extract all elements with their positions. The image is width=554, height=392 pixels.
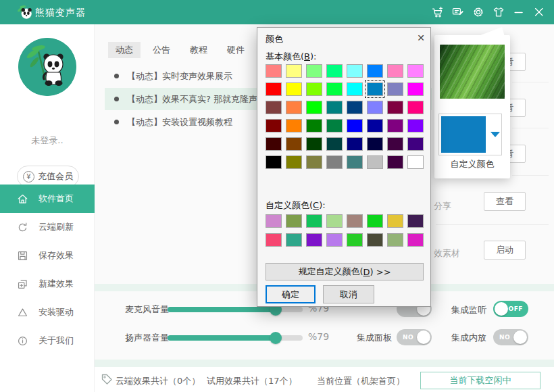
color-swatch[interactable] [367,137,383,151]
color-swatch[interactable] [407,233,424,247]
speaker-volume-slider[interactable] [168,335,303,341]
color-swatch[interactable] [407,64,424,78]
color-swatch[interactable] [407,119,424,132]
color-swatch[interactable] [266,82,282,96]
close-icon[interactable] [532,5,546,19]
tab-jiaocheng[interactable]: 教程 [182,42,215,58]
color-swatch[interactable] [326,101,343,114]
color-swatch[interactable] [326,137,343,151]
color-swatch[interactable] [347,64,363,78]
color-swatch[interactable] [347,82,363,96]
download-status-button[interactable]: 当前下载空闲中 [420,372,540,389]
sidebar-item-cloud-refresh[interactable]: 云端刷新 [0,213,95,241]
color-swatch[interactable] [266,214,282,228]
color-swatch[interactable] [326,82,343,96]
color-swatch[interactable] [286,233,302,247]
tab-gonggao[interactable]: 公告 [145,42,178,58]
color-swatch[interactable] [367,82,383,96]
color-swatch[interactable] [266,155,282,169]
tab-yingjian[interactable]: 硬件 [220,42,252,58]
sidebar-item-save-effect[interactable]: 保存效果 [0,241,95,270]
color-swatch[interactable] [347,101,363,114]
color-swatch[interactable] [286,155,302,169]
color-swatch[interactable] [367,214,383,228]
view-button[interactable]: 查看 [484,192,526,211]
color-swatch[interactable] [347,119,363,132]
color-swatch[interactable] [266,64,282,78]
skin-tshirt-icon[interactable] [492,5,505,19]
theme-preview-image[interactable] [440,45,505,99]
speaker-slider-handle[interactable] [270,332,282,344]
integrated-panel-toggle[interactable]: NO [397,329,432,345]
color-swatch[interactable] [347,233,363,247]
define-custom-colors-button[interactable]: 规定自定义颜色(D) >> [266,263,424,280]
popup-color-swatch[interactable] [441,116,486,153]
color-swatch[interactable] [306,64,322,78]
color-swatch[interactable] [326,119,343,132]
color-swatch[interactable] [286,119,302,132]
color-swatch[interactable] [387,101,403,114]
chevron-down-icon[interactable] [490,132,500,137]
launch-button[interactable]: 启动 [484,241,526,260]
sidebar-item-label: 关于我们 [39,335,74,347]
cancel-button[interactable]: 取消 [323,285,374,303]
tab-dongtai[interactable]: 动态 [108,42,141,58]
color-swatch[interactable] [407,137,424,151]
color-swatch[interactable] [407,155,424,169]
integrated-monitor-toggle[interactable]: OFF [493,301,528,317]
color-swatch[interactable] [286,137,302,151]
color-swatch[interactable] [306,233,322,247]
color-swatch[interactable] [306,155,322,169]
color-swatch[interactable] [306,101,322,114]
mic-volume-slider[interactable] [168,307,303,312]
color-swatch[interactable] [306,82,322,96]
message-edit-icon[interactable] [451,5,465,19]
sidebar-item-new-effect[interactable]: 新建效果 [0,270,95,298]
cart-plus-icon[interactable] [431,5,445,19]
color-swatch[interactable] [347,155,363,169]
color-swatch[interactable] [367,119,383,132]
color-swatch[interactable] [306,119,322,132]
color-swatch[interactable] [326,214,343,228]
color-swatch[interactable] [347,214,363,228]
integrated-playback-toggle[interactable]: NO [493,329,528,345]
color-swatch[interactable] [326,233,343,247]
color-swatch[interactable] [347,137,363,151]
sidebar-item-install-driver[interactable]: 安装驱动 [0,298,95,326]
color-swatch[interactable] [367,233,383,247]
color-swatch[interactable] [306,137,322,151]
color-swatch[interactable] [387,64,403,78]
color-swatch[interactable] [387,119,403,132]
color-swatch[interactable] [286,64,302,78]
color-swatch[interactable] [387,82,403,96]
sidebar-item-about-us[interactable]: 关于我们 [0,326,95,355]
color-swatch[interactable] [387,155,403,169]
color-swatch[interactable] [387,137,403,151]
settings-gear-icon[interactable] [472,5,485,19]
color-swatch[interactable] [306,214,322,228]
dialog-close-icon[interactable]: ✕ [414,31,428,45]
color-swatch[interactable] [326,64,343,78]
color-swatch[interactable] [407,101,424,114]
color-swatch[interactable] [367,101,383,114]
custom-color-dropdown[interactable] [438,114,502,155]
color-swatch[interactable] [266,233,282,247]
color-swatch[interactable] [266,137,282,151]
color-swatch[interactable] [387,214,403,228]
color-swatch[interactable] [326,155,343,169]
color-swatch[interactable] [367,155,383,169]
sidebar-item-home[interactable]: 软件首页 [0,185,95,213]
minimize-icon[interactable] [512,5,526,19]
color-swatch[interactable] [407,214,424,228]
color-swatch[interactable] [407,82,424,96]
ok-button[interactable]: 确定 [266,285,316,303]
color-swatch[interactable] [266,101,282,114]
speaker-slider-fill [168,335,276,341]
color-swatch[interactable] [286,82,302,96]
color-swatch[interactable] [286,101,302,114]
color-swatch[interactable] [286,214,302,228]
color-swatch[interactable] [367,64,383,78]
color-swatch[interactable] [266,119,282,132]
avatar[interactable] [18,38,76,96]
color-swatch[interactable] [387,233,403,247]
